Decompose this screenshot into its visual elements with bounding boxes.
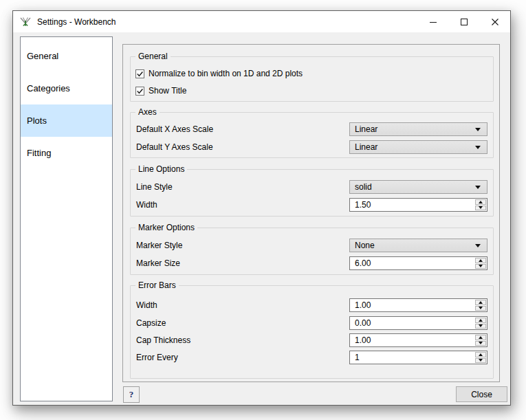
spin-down-button[interactable] (475, 324, 486, 329)
row-default-x-scale: Default X Axes Scale Linear (131, 122, 493, 136)
arrow-down-icon (479, 307, 483, 309)
line-style-select[interactable]: solid (349, 180, 487, 194)
spinner-buttons (475, 199, 486, 210)
row-capsize: Capsize 0.00 (131, 316, 493, 330)
group-title-error-bars: Error Bars (135, 280, 179, 291)
field-label: Default Y Axes Scale (136, 140, 213, 154)
spin-up-button[interactable] (475, 258, 486, 263)
group-marker-options: Marker Options Marker Style None Marker … (130, 228, 494, 275)
cap-thickness-spinbox[interactable]: 1.00 (349, 333, 487, 347)
row-normalize-bin-width: Normalize to bin width on 1D and 2D plot… (135, 68, 303, 79)
arrow-up-icon (479, 259, 483, 262)
row-default-y-scale: Default Y Axes Scale Linear (131, 140, 493, 154)
spin-up-button[interactable] (475, 335, 486, 340)
spin-up-button[interactable] (475, 199, 486, 205)
spin-value: 1.00 (355, 299, 371, 311)
spinner-buttons (475, 300, 486, 311)
spin-up-button[interactable] (475, 352, 486, 357)
spinner-buttons (475, 352, 486, 363)
window-title: Settings - Workbench (37, 17, 116, 27)
chevron-down-icon (475, 244, 481, 247)
row-show-title: Show Title (135, 85, 186, 96)
spin-down-button[interactable] (475, 341, 486, 346)
arrow-up-icon (479, 353, 483, 356)
row-marker-size: Marker Size 6.00 (131, 256, 493, 270)
close-icon[interactable] (479, 11, 510, 32)
spin-value: 1.50 (355, 199, 371, 211)
default-y-axes-scale-select[interactable]: Linear (349, 140, 487, 154)
sidebar-item-fitting[interactable]: Fitting (21, 137, 112, 169)
field-label: Marker Style (136, 239, 182, 252)
line-width-spinbox[interactable]: 1.50 (349, 198, 487, 212)
arrow-up-icon (479, 301, 483, 304)
field-label: Line Style (136, 180, 173, 194)
help-button[interactable]: ? (123, 386, 140, 403)
arrow-up-icon (479, 319, 483, 322)
group-line-options: Line Options Line Style solid Width 1.50 (130, 169, 494, 217)
group-title-general: General (135, 52, 171, 62)
spin-value: 1.00 (355, 334, 371, 346)
maximize-icon[interactable] (448, 11, 479, 32)
field-label: Width (136, 198, 157, 212)
arrow-down-icon (479, 359, 483, 362)
spinner-buttons (475, 318, 486, 329)
marker-size-spinbox[interactable]: 6.00 (349, 256, 487, 270)
spin-down-button[interactable] (475, 306, 486, 311)
checkbox-label: Show Title (149, 86, 186, 96)
spin-value: 1 (355, 351, 360, 364)
minimize-icon[interactable] (417, 11, 448, 32)
field-label: Width (136, 298, 157, 312)
combo-value: Linear (355, 141, 377, 153)
sidebar-item-plots[interactable]: Plots (21, 104, 112, 137)
close-button[interactable]: Close (456, 386, 507, 402)
spin-up-button[interactable] (475, 300, 486, 305)
spinner-buttons (475, 335, 486, 346)
show-title-checkbox[interactable] (135, 87, 144, 96)
chevron-down-icon (475, 146, 481, 149)
group-general: General Normalize to bin width on 1D and… (130, 56, 494, 102)
error-every-spinbox[interactable]: 1 (349, 351, 487, 364)
spinner-buttons (475, 258, 486, 269)
arrow-down-icon (479, 206, 483, 209)
row-line-style: Line Style solid (131, 180, 493, 194)
row-line-width: Width 1.50 (131, 198, 493, 212)
capsize-spinbox[interactable]: 0.00 (349, 316, 487, 330)
arrow-down-icon (479, 324, 483, 327)
row-error-every: Error Every 1 (131, 351, 493, 364)
mantid-logo-icon (19, 16, 32, 28)
chevron-down-icon (475, 186, 481, 189)
normalize-bin-width-checkbox[interactable] (135, 69, 144, 78)
window-controls (417, 11, 510, 32)
row-marker-style: Marker Style None (131, 239, 493, 252)
errorbar-width-spinbox[interactable]: 1.00 (349, 298, 487, 312)
spin-down-button[interactable] (475, 264, 486, 269)
sidebar-item-categories[interactable]: Categories (21, 72, 112, 104)
row-cap-thickness: Cap Thickness 1.00 (131, 333, 493, 347)
sidebar-item-general[interactable]: General (21, 40, 112, 72)
field-label: Error Every (136, 351, 178, 364)
arrow-down-icon (479, 265, 483, 267)
marker-style-select[interactable]: None (349, 239, 487, 252)
titlebar[interactable]: Settings - Workbench (13, 11, 510, 32)
row-errorbar-width: Width 1.00 (131, 298, 493, 312)
checkbox-label: Normalize to bin width on 1D and 2D plot… (149, 69, 303, 78)
spin-down-button[interactable] (475, 358, 486, 364)
desktop-background: { "window": { "title": "Settings - Workb… (0, 0, 526, 420)
group-title-line-options: Line Options (135, 164, 187, 175)
plots-settings-panel: General Normalize to bin width on 1D and… (122, 44, 500, 382)
arrow-down-icon (479, 342, 483, 344)
group-title-axes: Axes (135, 107, 160, 118)
spin-value: 6.00 (355, 257, 371, 269)
spin-value: 0.00 (355, 317, 371, 329)
field-label: Capsize (136, 316, 166, 330)
combo-value: Linear (355, 123, 377, 135)
field-label: Cap Thickness (136, 333, 190, 347)
combo-value: None (355, 239, 375, 252)
settings-dialog: Settings - Workbench General Categories … (12, 10, 511, 406)
arrow-up-icon (479, 201, 483, 203)
field-label: Default X Axes Scale (136, 122, 213, 136)
spin-up-button[interactable] (475, 318, 486, 323)
spin-down-button[interactable] (475, 206, 486, 211)
default-x-axes-scale-select[interactable]: Linear (349, 122, 487, 136)
group-title-marker-options: Marker Options (135, 223, 197, 233)
